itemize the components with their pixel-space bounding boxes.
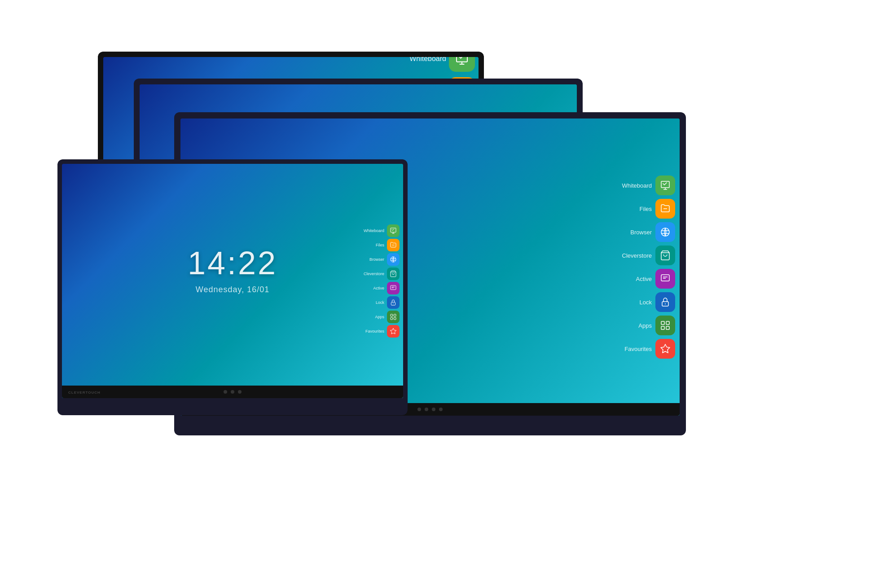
lock-icon [387,296,400,309]
menu-item-favourites[interactable]: Favourites [622,337,675,360]
svg-rect-60 [394,314,396,316]
indicator-dot [224,390,227,394]
menu-label: Whiteboard [364,228,384,233]
indicator-dot [231,390,234,394]
indicator-dot [238,390,242,394]
svg-rect-61 [391,317,393,320]
svg-rect-44 [666,321,669,325]
svg-rect-46 [666,326,669,329]
menu-item-lock[interactable]: Lock [364,295,400,310]
menu-label: Whiteboard [622,182,652,189]
active-icon [387,282,400,294]
scene: Whiteboard Files Browser [44,25,852,563]
whiteboard-icon [449,57,475,72]
menu-item-favourites[interactable]: Favourites [364,324,400,338]
menu-item-active[interactable]: Active [622,267,675,290]
whiteboard-icon [387,224,400,237]
active-icon [655,269,675,289]
menu-item-apps[interactable]: Apps [364,310,400,324]
menu-label: Whiteboard [409,57,446,63]
svg-marker-47 [661,344,670,353]
bottom-bar: CLEVERTOUCH [62,386,403,398]
files-icon [387,239,400,251]
time-display: 14:22 Wednesday, 16/01 [188,244,277,294]
menu-item-whiteboard[interactable]: Whiteboard [364,224,400,238]
apps-icon [655,316,675,335]
menu-item-whiteboard[interactable]: Whiteboard [622,174,675,197]
svg-rect-62 [394,317,396,320]
menu-label: Lock [640,299,652,306]
menu-label: Active [373,286,384,290]
menu-label: Apps [638,322,652,329]
menu-label: Active [636,276,652,282]
menu-label: Favourites [624,346,652,352]
menu-label: Cleverstore [622,252,652,259]
menu-item-browser[interactable]: Browser [622,220,675,244]
svg-marker-63 [390,328,396,334]
menu-item-browser[interactable]: Browser [364,252,400,267]
whiteboard-icon [655,176,675,195]
cleverstore-icon [655,246,675,265]
menu-label: Favourites [365,329,384,333]
sidebar-monitor3: Whiteboard Files Browser [618,118,680,416]
svg-rect-0 [457,57,467,62]
svg-point-52 [391,257,396,262]
menu-item-cleverstore[interactable]: Cleverstore [364,267,400,281]
svg-point-58 [393,303,393,304]
browser-icon [655,222,675,242]
clock-time: 14:22 [188,244,277,281]
apps-icon [387,311,400,323]
browser-icon [387,253,400,266]
menu-item-files[interactable]: Files [622,197,675,220]
brand-label: CLEVERTOUCH [68,391,101,395]
svg-rect-43 [661,321,664,325]
menu-label: Lock [376,300,384,305]
svg-rect-40 [661,275,669,281]
menu-item-active[interactable]: Active [364,281,400,295]
menu-label: Apps [375,315,384,319]
clock-date: Wednesday, 16/01 [188,285,277,294]
menu-label: Browser [630,229,652,236]
menu-item-lock[interactable]: Lock [622,290,675,314]
svg-point-36 [661,228,669,236]
menu-item-files[interactable]: Files [364,238,400,252]
menu-label: Cleverstore [364,272,384,276]
svg-point-42 [665,303,666,304]
favourites-icon [387,325,400,338]
menu-label: Browser [369,257,384,262]
lock-icon [655,292,675,312]
menu-label: Files [640,206,652,212]
files-icon [655,199,675,219]
svg-rect-59 [391,314,393,316]
cleverstore-icon [387,268,400,280]
svg-rect-45 [661,326,664,329]
menu-item-apps[interactable]: Apps [622,314,675,337]
svg-rect-56 [391,285,396,290]
menu-label: Files [376,243,384,247]
monitor-front: 14:22 Wednesday, 16/01 Whiteboard Files [57,159,408,415]
menu-item-cleverstore[interactable]: Cleverstore [622,244,675,267]
sidebar-monitor4: Whiteboard Files Browser [360,164,403,398]
favourites-icon [655,339,675,359]
menu-item-whiteboard[interactable]: Whiteboard [409,57,475,75]
